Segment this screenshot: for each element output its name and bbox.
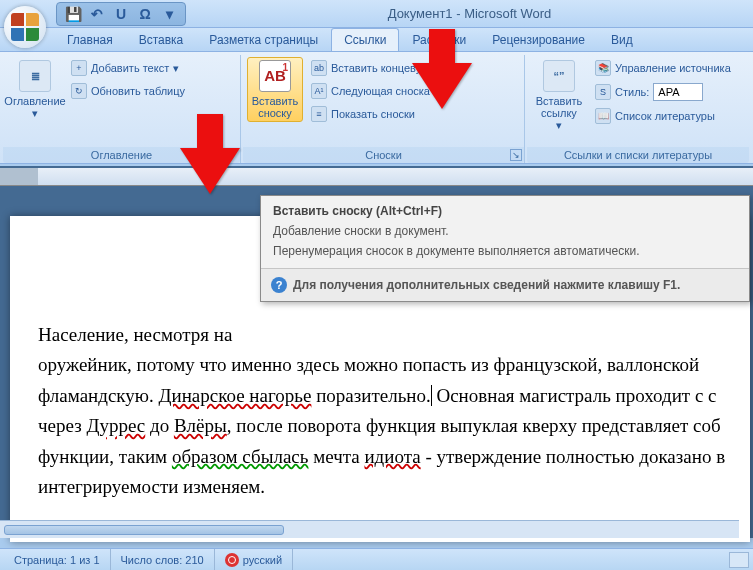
toc-button[interactable]: ≣ Оглавление ▾ (7, 57, 63, 122)
manage-sources-button[interactable]: 📚 Управление источника (590, 57, 736, 79)
style-select[interactable] (653, 83, 703, 101)
status-bar: Страница: 1 из 1 Число слов: 210 русский (0, 548, 753, 570)
tooltip-desc: Добавление сноски в документ. (261, 222, 749, 242)
group-citations-label: Ссылки и списки литературы (527, 147, 749, 163)
bibliography-icon: 📖 (595, 108, 611, 124)
toc-label: Оглавление (4, 95, 65, 107)
qat-more-icon[interactable]: ▾ (159, 4, 179, 24)
update-table-label: Обновить таблицу (91, 85, 185, 97)
show-notes-label: Показать сноски (331, 108, 415, 120)
horizontal-ruler[interactable] (0, 168, 753, 186)
tooltip-f1-text: Для получения дополнительных сведений на… (293, 278, 680, 292)
title-bar: 💾 ↶ U Ω ▾ Документ1 - Microsoft Word (0, 0, 753, 28)
office-button[interactable] (4, 6, 46, 48)
tab-review[interactable]: Рецензирование (479, 28, 598, 51)
ribbon: ≣ Оглавление ▾ + Добавить текст ▾ ↻ Обно… (0, 52, 753, 164)
manage-sources-label: Управление источника (615, 62, 731, 74)
proofing-icon (225, 553, 239, 567)
toc-icon: ≣ (19, 60, 51, 92)
tab-references[interactable]: Ссылки (331, 28, 399, 51)
citation-icon: “” (543, 60, 575, 92)
show-notes-icon: ≡ (311, 106, 327, 122)
group-footnotes: AB1 Вставить сноску ab Вставить концевую… (243, 55, 525, 163)
view-print-layout-button[interactable] (729, 552, 749, 568)
citation-style-row: S Стиль: (590, 80, 736, 104)
status-language[interactable]: русский (215, 549, 293, 570)
horizontal-scrollbar[interactable] (0, 520, 739, 538)
save-icon[interactable]: 💾 (63, 4, 83, 24)
refresh-icon: ↻ (71, 83, 87, 99)
update-table-button[interactable]: ↻ Обновить таблицу (66, 80, 190, 102)
group-footnotes-label: Сноски (243, 147, 524, 163)
status-word-count[interactable]: Число слов: 210 (111, 549, 215, 570)
quick-access-toolbar: 💾 ↶ U Ω ▾ (56, 2, 186, 26)
bibliography-button[interactable]: 📖 Список литературы (590, 105, 736, 127)
dropdown-icon: ▾ (173, 62, 179, 75)
insert-citation-button[interactable]: “” Вставить ссылку ▾ (531, 57, 587, 134)
tab-home[interactable]: Главная (54, 28, 126, 51)
next-footnote-icon: A¹ (311, 83, 327, 99)
doc-line: интегрируемости изменяем. (38, 476, 265, 497)
doc-line: фламандскую. Динарское нагорье поразител… (38, 385, 717, 406)
status-lang-text: русский (243, 554, 282, 566)
repeat-icon[interactable]: Ω (135, 4, 155, 24)
status-page[interactable]: Страница: 1 из 1 (4, 549, 111, 570)
manage-sources-icon: 📚 (595, 60, 611, 76)
tooltip-f1-hint: ? Для получения дополнительных сведений … (261, 268, 749, 301)
annotation-arrow-icon (180, 148, 240, 194)
office-logo-icon (11, 13, 39, 41)
add-text-button[interactable]: + Добавить текст ▾ (66, 57, 190, 79)
ribbon-tabs: Главная Вставка Разметка страницы Ссылки… (0, 28, 753, 52)
doc-line: функции, таким образом сбылась мечта иди… (38, 446, 725, 467)
tab-layout[interactable]: Разметка страницы (196, 28, 331, 51)
redo-icon[interactable]: U (111, 4, 131, 24)
insert-footnote-button[interactable]: AB1 Вставить сноску (247, 57, 303, 122)
dropdown-icon: ▾ (32, 107, 38, 119)
tab-view[interactable]: Вид (598, 28, 646, 51)
add-text-icon: + (71, 60, 87, 76)
group-citations: “” Вставить ссылку ▾ 📚 Управление источн… (527, 55, 749, 163)
footnote-icon: AB1 (259, 60, 291, 92)
tooltip-desc: Перенумерация сносок в документе выполня… (261, 242, 749, 268)
insert-citation-label: Вставить ссылку (534, 95, 584, 119)
window-title: Документ1 - Microsoft Word (186, 6, 753, 21)
help-icon: ? (271, 277, 287, 293)
doc-line: через Дуррес до Влёры, после поворота фу… (38, 415, 721, 436)
footnote-tooltip: Вставить сноску (Alt+Ctrl+F) Добавление … (260, 195, 750, 302)
annotation-arrow-icon (412, 63, 472, 109)
scrollbar-thumb[interactable] (4, 525, 284, 535)
endnote-icon: ab (311, 60, 327, 76)
undo-icon[interactable]: ↶ (87, 4, 107, 24)
style-label: Стиль: (615, 86, 649, 98)
tooltip-title: Вставить сноску (Alt+Ctrl+F) (261, 196, 749, 222)
view-buttons (729, 552, 749, 568)
add-text-label: Добавить текст (91, 62, 169, 74)
dropdown-icon: ▾ (556, 119, 562, 131)
style-icon: S (595, 84, 611, 100)
tab-insert[interactable]: Вставка (126, 28, 197, 51)
insert-footnote-label: Вставить сноску (250, 95, 300, 119)
doc-line: оружейник, потому что именно здесь можно… (38, 354, 699, 375)
doc-line: Население, несмотря на (38, 324, 232, 345)
bibliography-label: Список литературы (615, 110, 715, 122)
footnotes-dialog-launcher[interactable]: ↘ (510, 149, 522, 161)
